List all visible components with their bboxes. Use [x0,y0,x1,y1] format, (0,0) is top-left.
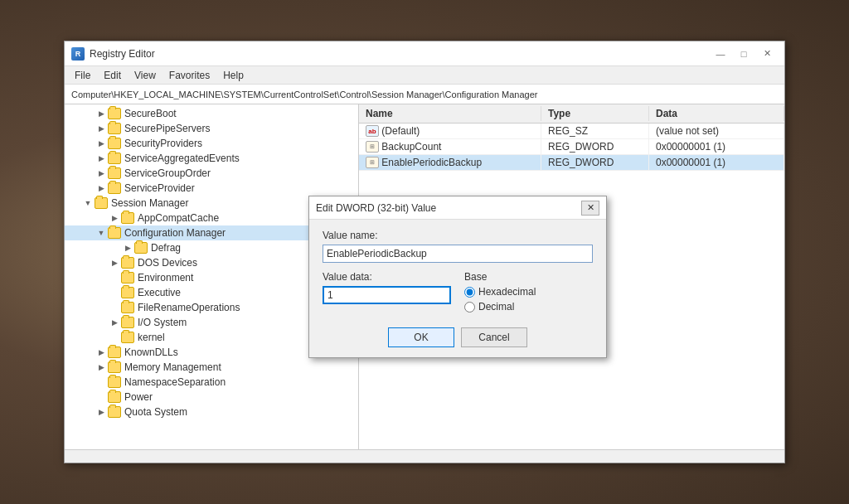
tree-label: I/O System [138,317,187,328]
close-button[interactable]: ✕ [756,46,778,62]
folder-icon [108,361,121,373]
minimize-button[interactable]: — [710,46,731,62]
tree-label: ServiceAggregatedEvents [124,153,240,164]
tree-label: AppCompatCache [138,212,219,224]
tree-item-securepipeservers[interactable]: ▶ SecurePipeServers [65,121,358,136]
tree-label: ServiceProvider [124,182,195,194]
reg-row-default[interactable]: ab (Default) REG_SZ (value not set) [359,124,784,139]
reg-type: REG_DWORD [541,139,649,154]
radio-hexadecimal[interactable]: Hexadecimal [464,286,593,298]
tree-item-secureboot[interactable]: ▶ SecureBoot [65,106,358,121]
value-data-label: Value data: [323,271,451,283]
tree-label: Defrag [151,242,181,254]
base-label: Base [464,271,593,283]
tree-item-serviceagg[interactable]: ▶ ServiceAggregatedEvents [65,151,358,166]
folder-icon [108,167,121,179]
reg-row-backupcount[interactable]: ⊞ BackupCount REG_DWORD 0x00000001 (1) [359,139,784,155]
menu-bar: File Edit View Favorites Help [65,66,784,85]
base-section: Base Hexadecimal Decimal [464,271,593,316]
reg-data: (value not set) [649,124,784,138]
folder-icon [108,376,121,388]
tree-label: FileRenameOperations [138,302,240,313]
tree-label: KnownDLLs [124,346,178,358]
tree-label: Session Manager [111,197,188,209]
expand-arrow: ▶ [108,214,121,222]
folder-icon [134,242,148,254]
reg-data: 0x00000001 (1) [649,155,784,170]
expand-arrow: ▶ [108,318,121,327]
tree-label: Power [124,391,153,403]
tree-item-namespacesep[interactable]: NamespaceSeparation [65,375,358,390]
radio-decimal[interactable]: Decimal [464,301,593,313]
radio-hex-label: Hexadecimal [478,286,536,298]
menu-view[interactable]: View [128,68,163,83]
reg-type: REG_DWORD [541,155,649,170]
dialog-title-bar: Edit DWORD (32-bit) Value ✕ [309,196,606,220]
tree-label: Executive [138,287,181,298]
tree-label: SecureBoot [124,108,177,119]
reg-row-enableperiodic[interactable]: ⊞ EnablePeriodicBackup REG_DWORD 0x00000… [359,155,784,171]
expand-arrow: ▶ [95,154,108,162]
folder-icon [121,212,134,224]
dialog-title: Edit DWORD (32-bit) Value [316,202,436,214]
col-header-name: Name [359,106,541,121]
folder-icon [108,138,121,149]
window-title: Registry Editor [90,48,155,60]
horizontal-scrollbar[interactable] [65,449,784,463]
menu-help[interactable]: Help [216,68,250,83]
expand-arrow: ▼ [81,199,95,207]
expand-arrow: ▶ [95,139,108,148]
folder-icon [121,272,134,284]
title-bar-left: R Registry Editor [71,47,155,61]
folder-icon [95,197,108,209]
title-bar: R Registry Editor — □ ✕ [65,41,784,66]
app-icon: R [71,47,85,61]
tree-item-servicegrouporder[interactable]: ▶ ServiceGroupOrder [65,166,358,181]
value-name-input[interactable] [323,245,593,263]
reg-icon-dword: ⊞ [366,157,379,168]
tree-label: SecurityProviders [124,138,202,149]
folder-icon [121,317,134,328]
tree-item-securityproviders[interactable]: ▶ SecurityProviders [65,136,358,151]
tree-item-serviceprovider[interactable]: ▶ ServiceProvider [65,181,358,196]
tree-label: Environment [138,272,193,284]
tree-item-power[interactable]: Power [65,390,358,405]
address-bar: Computer\HKEY_LOCAL_MACHINE\SYSTEM\Curre… [65,85,784,104]
tree-label: Memory Management [124,361,221,373]
value-data-input[interactable] [323,286,451,304]
title-controls: — □ ✕ [710,46,778,62]
reg-icon-ab: ab [366,125,379,137]
folder-icon [121,332,134,343]
dialog-close-button[interactable]: ✕ [581,201,599,216]
registry-header: Name Type Data [359,104,784,124]
tree-label: DOS Devices [138,257,197,269]
folder-icon [108,391,121,403]
dialog-row: Value data: Base Hexadecimal [323,271,593,316]
col-header-type: Type [541,106,649,121]
radio-hex-input[interactable] [464,287,475,298]
tree-item-memorymanagement[interactable]: ▶ Memory Management [65,360,358,375]
expand-arrow: ▶ [95,109,108,118]
reg-type: REG_SZ [541,124,649,138]
folder-icon [108,182,121,194]
tree-item-quotasystem[interactable]: ▶ Quota System [65,405,358,419]
menu-file[interactable]: File [68,68,97,83]
col-header-data: Data [649,106,784,121]
menu-favorites[interactable]: Favorites [163,68,216,83]
tree-label: SecurePipeServers [124,123,210,134]
cancel-button[interactable]: Cancel [461,327,527,347]
maximize-button[interactable]: □ [733,46,754,62]
folder-icon [108,227,121,239]
ok-button[interactable]: OK [388,327,454,347]
menu-edit[interactable]: Edit [97,68,128,83]
reg-name: BackupCount [381,141,441,153]
radio-dec-label: Decimal [478,301,514,313]
edit-dword-dialog: Edit DWORD (32-bit) Value ✕ Value name: … [308,196,607,358]
folder-icon [108,406,121,418]
radio-dec-input[interactable] [464,302,475,313]
folder-icon [121,257,134,269]
expand-arrow: ▶ [108,259,121,267]
dialog-buttons: OK Cancel [323,327,593,347]
tree-label: ServiceGroupOrder [124,167,211,179]
value-name-label: Value name: [323,230,593,241]
